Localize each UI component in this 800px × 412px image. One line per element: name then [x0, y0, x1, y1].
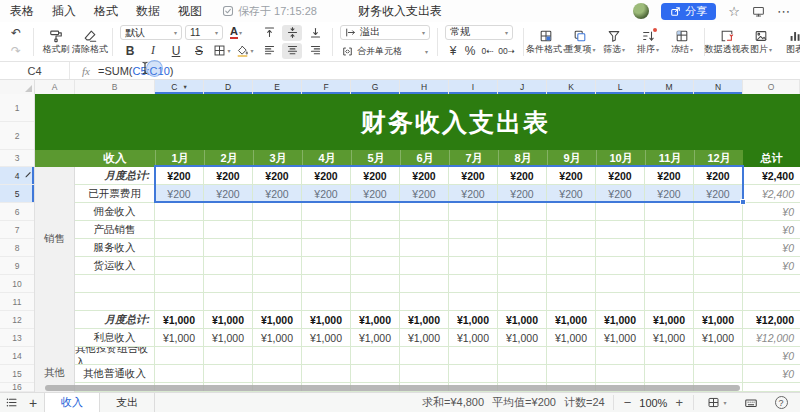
cell-I13[interactable]: ¥1,000	[449, 329, 498, 347]
view-switcher-button[interactable]: ▾	[702, 393, 732, 412]
cell-C12[interactable]: ¥1,000	[155, 311, 204, 329]
shortcut-panel-button[interactable]	[740, 393, 762, 412]
cell-M12[interactable]: ¥1,000	[645, 311, 694, 329]
cell-J9[interactable]	[498, 257, 547, 275]
cell-D5[interactable]: ¥200	[204, 185, 253, 203]
header-cell-month-5[interactable]: 5月	[351, 150, 400, 167]
cell-G15[interactable]	[351, 365, 400, 383]
cell-A11[interactable]	[35, 293, 75, 311]
cell-F5[interactable]: ¥200	[302, 185, 351, 203]
cell-N6[interactable]	[694, 203, 743, 221]
cell-A15[interactable]	[35, 365, 75, 383]
cell-C5[interactable]: ¥200	[155, 185, 204, 203]
share-button[interactable]: 分享	[661, 3, 716, 20]
cell-J7[interactable]	[498, 221, 547, 239]
help-button[interactable]: ?	[770, 393, 792, 412]
chart-button[interactable]: 图表	[780, 29, 800, 54]
cell-G14[interactable]	[351, 347, 400, 365]
text-overflow-select[interactable]: 溢出▾	[340, 25, 430, 40]
clear-format-button[interactable]: 清除格式	[75, 29, 105, 54]
cell-L7[interactable]	[596, 221, 645, 239]
column-header-H[interactable]: H	[400, 80, 449, 94]
row-header-8[interactable]: 8	[0, 239, 34, 257]
cell-M4[interactable]: ¥200	[645, 167, 694, 185]
cell-I15[interactable]	[449, 365, 498, 383]
cell-J13[interactable]: ¥1,000	[498, 329, 547, 347]
cell-F4[interactable]: ¥200	[302, 167, 351, 185]
cell-N9[interactable]	[694, 257, 743, 275]
cell-B15[interactable]: 其他普通收入	[75, 365, 155, 383]
cell-I6[interactable]	[449, 203, 498, 221]
cell-M9[interactable]	[645, 257, 694, 275]
cell-J5[interactable]: ¥200	[498, 185, 547, 203]
cell-N8[interactable]	[694, 239, 743, 257]
zoom-out-button[interactable]: −	[624, 395, 632, 410]
row-header-13[interactable]: 13	[0, 329, 34, 347]
cell-C4[interactable]: ¥200	[155, 167, 204, 185]
present-button[interactable]	[752, 5, 765, 18]
cell-I8[interactable]	[449, 239, 498, 257]
cell-C15[interactable]	[155, 365, 204, 383]
cell-F9[interactable]	[302, 257, 351, 275]
cell-O12[interactable]: ¥12,000	[743, 311, 800, 329]
avatar[interactable]	[633, 3, 649, 19]
cell-G12[interactable]: ¥1,000	[351, 311, 400, 329]
cell-F11[interactable]	[302, 293, 351, 311]
cell-O14[interactable]: ¥0	[743, 347, 800, 365]
percent-format-button[interactable]: %	[462, 43, 478, 59]
sort-button[interactable]: 排序▾	[633, 29, 663, 54]
row-header-4[interactable]: 4	[0, 167, 34, 185]
column-header-K[interactable]: K	[547, 80, 596, 94]
cell-F12[interactable]: ¥1,000	[302, 311, 351, 329]
cell-B8[interactable]: 服务收入	[75, 239, 155, 257]
cell-K5[interactable]: ¥200	[547, 185, 596, 203]
column-header-J[interactable]: J	[498, 80, 547, 94]
cell-E7[interactable]	[253, 221, 302, 239]
more-menu-button[interactable]: ⋯	[777, 5, 790, 18]
cell-H7[interactable]	[400, 221, 449, 239]
cell-E12[interactable]: ¥1,000	[253, 311, 302, 329]
cell-K9[interactable]	[547, 257, 596, 275]
cell-H8[interactable]	[400, 239, 449, 257]
cell-C10[interactable]	[155, 275, 204, 293]
sheet-tab-expense[interactable]: 支出	[100, 393, 155, 412]
increase-decimal-button[interactable]: 00⇢	[497, 43, 516, 59]
cell-O5[interactable]: ¥2,400	[743, 185, 800, 203]
cell-L15[interactable]	[596, 365, 645, 383]
cell-N12[interactable]: ¥1,000	[694, 311, 743, 329]
cell-L9[interactable]	[596, 257, 645, 275]
row-header-9[interactable]: 9	[0, 257, 34, 275]
sheet-title-cell[interactable]: 财务收入支出表	[35, 94, 800, 150]
cell-A12[interactable]	[35, 311, 75, 329]
cell-I9[interactable]	[449, 257, 498, 275]
cell-G7[interactable]	[351, 221, 400, 239]
column-header-G[interactable]: G	[351, 80, 400, 94]
cell-M6[interactable]	[645, 203, 694, 221]
cell-C13[interactable]: ¥1,000	[155, 329, 204, 347]
cell-N4[interactable]: ¥200	[694, 167, 743, 185]
header-cell-month-4[interactable]: 4月	[302, 150, 351, 167]
cell-K12[interactable]: ¥1,000	[547, 311, 596, 329]
cell-C14[interactable]	[155, 347, 204, 365]
cell-B7[interactable]: 产品销售	[75, 221, 155, 239]
cell-G10[interactable]	[351, 275, 400, 293]
cell-K4[interactable]: ¥200	[547, 167, 596, 185]
cell-H4[interactable]: ¥200	[400, 167, 449, 185]
cell-G8[interactable]	[351, 239, 400, 257]
cell-B14[interactable]: 其他投资组合收入	[75, 347, 155, 365]
cell-H10[interactable]	[400, 275, 449, 293]
cell-O8[interactable]: ¥0	[743, 239, 800, 257]
cell-F14[interactable]	[302, 347, 351, 365]
halign-right-button[interactable]	[305, 43, 325, 59]
cell-E13[interactable]: ¥1,000	[253, 329, 302, 347]
cell-D10[interactable]	[204, 275, 253, 293]
cell-G9[interactable]	[351, 257, 400, 275]
cell-I11[interactable]	[449, 293, 498, 311]
font-family-select[interactable]: 默认▾	[120, 25, 182, 40]
number-format-select[interactable]: 常规▾	[445, 25, 513, 40]
column-header-F[interactable]: F	[302, 80, 351, 94]
cell-E4[interactable]: ¥200	[253, 167, 302, 185]
row-header-3[interactable]: 3	[0, 150, 34, 167]
cell-M5[interactable]: ¥200	[645, 185, 694, 203]
cell-K7[interactable]	[547, 221, 596, 239]
